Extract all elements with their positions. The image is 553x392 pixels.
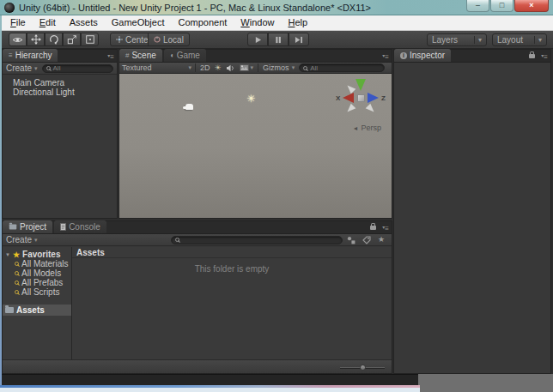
save-search-star-icon[interactable]: ★ <box>378 236 385 244</box>
favorites-group[interactable]: ▼ ★ Favorites <box>3 250 71 259</box>
layout-label: Layout <box>497 35 523 45</box>
inspector-tab-label: Inspector <box>410 51 445 60</box>
assets-root-folder[interactable]: Assets <box>3 305 71 316</box>
projection-toggle[interactable]: ◄ Persp <box>353 124 381 132</box>
panel-menu-icon[interactable]: ▾≡ <box>382 52 389 61</box>
rotate-tool-button[interactable] <box>45 33 63 46</box>
view-tool-button[interactable] <box>9 33 27 46</box>
move-icon <box>31 34 41 45</box>
game-icon: ◖ <box>170 51 174 59</box>
maximize-icon: □ <box>500 1 504 9</box>
2d-toggle[interactable]: 2D <box>200 63 210 72</box>
titlebar[interactable]: Unity (64bit) - Untitled - New Unity Pro… <box>0 0 553 15</box>
tab-hierarchy[interactable]: ≡ Hierarchy <box>3 49 58 62</box>
space-mode-button[interactable]: Local <box>148 33 190 46</box>
menu-help[interactable]: Help <box>282 15 315 30</box>
space-mode-label: Local <box>163 35 184 45</box>
scene-toolbar: Textured ▾ 2D ☀ ▾ Gizmos <box>119 63 392 74</box>
layers-dropdown[interactable]: Layers ▾ <box>427 33 487 46</box>
hierarchy-create-button[interactable]: Create ▾ <box>6 63 38 73</box>
project-search-filters: ★ <box>347 236 388 244</box>
axis-white-icon[interactable] <box>366 104 377 115</box>
tab-inspector[interactable]: i Inspector <box>394 49 451 62</box>
tab-project[interactable]: Project <box>3 220 52 233</box>
scene-orientation-gizmo[interactable]: X Z <box>341 78 380 118</box>
scale-tool-button[interactable] <box>63 33 81 46</box>
favorite-all-models[interactable]: All Models <box>3 268 71 278</box>
scene-grid-icon: # <box>125 51 129 59</box>
favorite-all-scripts[interactable]: All Scripts <box>3 287 71 297</box>
layout-dropdown[interactable]: Layout ▾ <box>492 33 547 46</box>
search-by-label-icon[interactable] <box>362 236 371 244</box>
hierarchy-icon: ≡ <box>9 51 13 59</box>
tab-scene[interactable]: # Scene <box>119 49 162 62</box>
tab-game[interactable]: ◖ Game <box>164 49 206 62</box>
menu-component[interactable]: Component <box>171 15 234 30</box>
project-search-input[interactable] <box>171 236 343 244</box>
menu-file[interactable]: File <box>3 15 33 30</box>
axis-z-icon[interactable] <box>368 93 379 103</box>
step-button[interactable] <box>289 33 309 46</box>
pivot-icon <box>116 36 123 43</box>
lock-icon[interactable] <box>370 226 376 230</box>
hierarchy-search-input[interactable]: All <box>42 64 113 73</box>
project-create-button[interactable]: Create ▾ <box>6 235 38 244</box>
foldout-arrow-icon[interactable]: ▼ <box>5 252 10 257</box>
rotate-icon <box>49 34 59 45</box>
project-panel: Project Console ▾≡ Create ▾ <box>2 220 392 374</box>
audio-toggle-speaker-icon[interactable] <box>226 64 235 72</box>
menu-edit[interactable]: Edit <box>33 15 63 30</box>
panel-menu-icon[interactable]: ▾≡ <box>541 52 548 61</box>
gizmos-dropdown[interactable]: Gizmos ▾ <box>258 63 295 72</box>
hierarchy-item-directional-light[interactable]: Directional Light <box>3 87 117 97</box>
game-tab-label: Game <box>177 51 200 60</box>
slider-knob[interactable] <box>360 365 366 371</box>
scene-viewport[interactable]: ☀ X Z ◄ Persp <box>119 74 392 218</box>
favorite-all-materials[interactable]: All Materials <box>3 259 71 268</box>
console-tab-label: Console <box>69 222 100 232</box>
lock-icon[interactable] <box>529 54 535 58</box>
effects-dropdown[interactable]: ▾ <box>240 64 254 71</box>
menu-assets[interactable]: Assets <box>63 15 105 30</box>
create-label: Create <box>6 235 32 244</box>
project-columns: ▼ ★ Favorites All Materials All Models A… <box>3 247 392 359</box>
hierarchy-item-main-camera[interactable]: Main Camera <box>3 78 117 87</box>
axis-y-icon[interactable] <box>356 79 366 91</box>
hierarchy-tree: Main Camera Directional Light <box>3 75 117 97</box>
minimize-button[interactable]: – <box>466 0 489 12</box>
axis-hub-icon[interactable] <box>357 94 365 102</box>
menu-gameobject[interactable]: GameObject <box>105 15 172 30</box>
render-mode-label: Textured <box>122 63 152 72</box>
eye-icon <box>12 36 23 44</box>
project-content[interactable]: Assets This folder is empty <box>72 247 392 359</box>
directional-light-gizmo-sun-icon[interactable]: ☀ <box>246 93 256 105</box>
scene-panel: # Scene ◖ Game ▾≡ Textured ▾ 2D ☀ <box>118 49 392 219</box>
layers-label: Layers <box>432 35 458 45</box>
panel-menu-icon[interactable]: ▾≡ <box>382 224 389 232</box>
panel-menu-icon[interactable]: ▾≡ <box>107 52 114 61</box>
move-tool-button[interactable] <box>27 33 45 46</box>
axis-x-icon[interactable] <box>343 93 354 103</box>
favorite-all-prefabs[interactable]: All Prefabs <box>3 278 71 287</box>
tab-console[interactable]: Console <box>54 220 106 233</box>
thumbnail-size-slider[interactable] <box>340 365 385 371</box>
rect-tool-button[interactable] <box>81 33 99 46</box>
hierarchy-tab-label: Hierarchy <box>15 51 52 60</box>
window-title: Unity (64bit) - Untitled - New Unity Pro… <box>19 3 371 13</box>
local-space-icon <box>154 36 161 43</box>
menu-window[interactable]: Window <box>234 15 281 30</box>
window-border-glow <box>0 388 420 392</box>
search-by-type-icon[interactable] <box>347 236 356 244</box>
step-icon <box>295 36 303 44</box>
axis-white-icon[interactable] <box>345 104 356 115</box>
pause-button[interactable] <box>268 33 289 46</box>
maximize-button[interactable]: □ <box>490 0 514 12</box>
hierarchy-panel: ≡ Hierarchy ▾≡ Create ▾ All Main Camera … <box>2 49 118 219</box>
lighting-toggle-sun-icon[interactable]: ☀ <box>215 63 222 72</box>
play-button[interactable] <box>247 33 268 46</box>
scene-search-input[interactable]: All <box>299 63 385 72</box>
rect-icon <box>85 34 95 45</box>
console-icon <box>60 223 66 231</box>
close-button[interactable]: × <box>514 0 549 12</box>
render-mode-dropdown[interactable]: Textured ▾ <box>122 63 196 72</box>
